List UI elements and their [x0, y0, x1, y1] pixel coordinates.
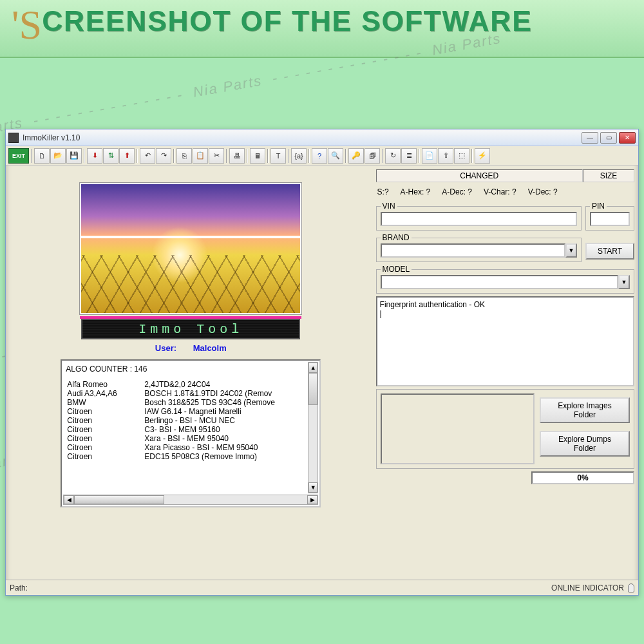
explore-images-button[interactable]: Explore Images Folder	[540, 397, 630, 423]
scroll-thumb[interactable]	[74, 495, 164, 504]
explore-panel: Explore Images Folder Explore Dumps Fold…	[376, 389, 634, 469]
scroll-down-icon[interactable]: ▼	[308, 482, 317, 493]
algo-desc: Bosch 318&525 TDS 93C46 (Remove	[143, 398, 316, 407]
page-icon[interactable]: 📄	[422, 148, 437, 164]
algo-brand: Citroen	[66, 434, 143, 443]
brand-label: BRAND	[381, 233, 412, 242]
table-row[interactable]: CitroenIAW G6.14 - Magneti Marelli	[66, 407, 316, 416]
key-icon[interactable]: 🔑	[348, 148, 364, 164]
algo-desc: BOSCH 1.8T&1.9TDI 24C02 (Remov	[143, 389, 316, 398]
transfer-icon[interactable]: ⇅	[103, 148, 118, 164]
import-icon[interactable]: ⬇	[87, 148, 102, 164]
text-icon[interactable]: T	[270, 148, 286, 164]
user-line: User: Malcolm	[155, 343, 227, 353]
algo-brand: Citroen	[66, 425, 143, 434]
scroll-thumb[interactable]	[308, 373, 317, 405]
table-row[interactable]: CitroenEDC15 5P08C3 (Remove Immo)	[66, 452, 316, 461]
doc-icon[interactable]: 🗐	[365, 148, 380, 164]
table-row[interactable]: Alfa Romeo2,4JTD&2,0 24C04	[66, 380, 316, 389]
algo-brand: BMW	[66, 398, 143, 407]
algo-desc: Xara Picasso - BSI - MEM 95040	[143, 443, 316, 452]
scroll-right-icon[interactable]: ▶	[307, 495, 317, 504]
table-row[interactable]: CitroenXara Picasso - BSI - MEM 95040	[66, 443, 316, 452]
user-name: Malcolm	[193, 343, 227, 353]
algo-listbox[interactable]: ALGO COUNTER : 146 Alfa Romeo2,4JTD&2,0 …	[61, 359, 321, 507]
list-icon[interactable]: ≣	[401, 148, 417, 164]
redo-icon[interactable]: ↷	[156, 148, 171, 164]
info-vdec: V-Dec: ?	[528, 187, 558, 196]
horizontal-scrollbar[interactable]: ◀ ▶	[63, 495, 318, 505]
log-textarea[interactable]: Fingerprint authentication - OK |	[376, 296, 634, 386]
brand-combo[interactable]: ▼	[381, 243, 577, 258]
algo-desc: 2,4JTD&2,0 24C04	[143, 380, 316, 389]
paste-icon[interactable]: 📋	[193, 148, 208, 164]
new-icon[interactable]: 🗋	[34, 148, 50, 164]
help-icon[interactable]: ?	[312, 148, 327, 164]
status-path-label: Path:	[10, 583, 28, 592]
scroll-left-icon[interactable]: ◀	[64, 495, 74, 504]
algo-desc: EDC15 5P08C3 (Remove Immo)	[143, 452, 316, 461]
save-icon[interactable]: 💾	[66, 148, 82, 164]
size-header: SIZE	[583, 169, 634, 182]
table-row[interactable]: CitroenBerlingo - BSI - MCU NEC	[66, 416, 316, 425]
search-icon[interactable]: 🔍	[328, 148, 343, 164]
bulb-icon	[628, 583, 634, 592]
maximize-button[interactable]: ▭	[600, 132, 617, 144]
splash-image	[81, 184, 300, 313]
copy-icon[interactable]: ⎘	[176, 148, 192, 164]
pin-group: PIN	[585, 202, 634, 231]
model-label: MODEL	[381, 265, 412, 274]
chevron-down-icon[interactable]: ▼	[565, 243, 577, 258]
scroll-up-icon[interactable]: ▲	[308, 363, 317, 373]
algo-brand: Citroen	[66, 443, 143, 452]
window-title: ImmoKiller v1.10	[23, 133, 582, 142]
export-icon[interactable]: ⬆	[119, 148, 135, 164]
log-cursor: |	[380, 309, 630, 318]
algo-counter: ALGO COUNTER : 146	[66, 365, 316, 374]
user-label: User:	[155, 343, 176, 353]
table-row[interactable]: CitroenXara - BSI - MEM 95040	[66, 434, 316, 443]
start-button[interactable]: START	[585, 243, 634, 260]
led-text: Immo Tool	[138, 322, 243, 337]
banner-lead: 'S	[12, 1, 42, 49]
calc-icon[interactable]: 🖩	[250, 148, 265, 164]
algo-table: Alfa Romeo2,4JTD&2,0 24C04Audi A3,A4,A6B…	[66, 380, 316, 461]
flash-icon[interactable]: ⚡	[475, 148, 490, 164]
cut-icon[interactable]: ✂	[209, 148, 224, 164]
braces-icon[interactable]: {a}	[291, 148, 307, 164]
table-row[interactable]: BMWBosch 318&525 TDS 93C46 (Remove	[66, 398, 316, 407]
vin-input[interactable]	[381, 212, 577, 226]
promo-banner: 'SCREENSHOT OF THE SOFTWARE	[0, 0, 644, 58]
app-window: ImmoKiller v1.10 — ▭ ✕ EXIT 🗋 📂 💾 ⬇ ⇅ ⬆ …	[5, 129, 639, 596]
log-line: Fingerprint authentication - OK	[380, 300, 630, 309]
info-row: S:? A-Hex: ? A-Dec: ? V-Char: ? V-Dec: ?	[376, 185, 634, 199]
refresh-icon[interactable]: ↻	[385, 148, 401, 164]
algo-desc: IAW G6.14 - Magneti Marelli	[143, 407, 316, 416]
algo-desc: Xara - BSI - MEM 95040	[143, 434, 316, 443]
explore-dumps-button[interactable]: Explore Dumps Folder	[540, 431, 630, 457]
toolbar: EXIT 🗋 📂 💾 ⬇ ⇅ ⬆ ↶ ↷ ⎘ 📋 ✂ 🖶 🖩 T {a} ? 🔍…	[6, 146, 638, 166]
table-row[interactable]: CitroenC3- BSI - MEM 95160	[66, 425, 316, 434]
image-preview	[381, 393, 535, 464]
chevron-down-icon[interactable]: ▼	[618, 275, 630, 289]
pin-input[interactable]	[590, 212, 630, 226]
algo-brand: Citroen	[66, 452, 143, 461]
info-adec: A-Dec: ?	[442, 187, 472, 196]
model-combo[interactable]: ▼	[381, 275, 630, 289]
info-s: S:?	[377, 187, 389, 196]
progress-bar: 0%	[531, 471, 634, 484]
select-icon[interactable]: ⬚	[454, 148, 469, 164]
close-button[interactable]: ✕	[619, 132, 636, 144]
titlebar[interactable]: ImmoKiller v1.10 — ▭ ✕	[6, 129, 638, 146]
undo-icon[interactable]: ↶	[140, 148, 155, 164]
led-panel: Immo Tool	[81, 319, 300, 339]
banner-title: CREENSHOT OF THE SOFTWARE	[42, 5, 532, 37]
app-icon	[8, 133, 19, 143]
vertical-scrollbar[interactable]: ▲ ▼	[308, 362, 318, 493]
minimize-button[interactable]: —	[582, 132, 598, 144]
print-icon[interactable]: 🖶	[229, 148, 245, 164]
table-row[interactable]: Audi A3,A4,A6BOSCH 1.8T&1.9TDI 24C02 (Re…	[66, 389, 316, 398]
up-icon[interactable]: ⇧	[438, 148, 453, 164]
open-icon[interactable]: 📂	[50, 148, 66, 164]
exit-button[interactable]: EXIT	[8, 148, 29, 164]
